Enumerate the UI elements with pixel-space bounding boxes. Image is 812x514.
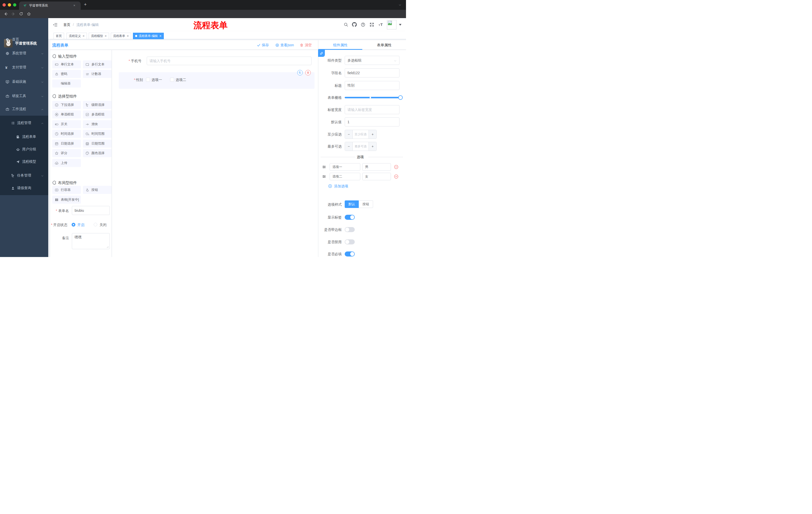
option-1-label-input[interactable]: [330, 163, 360, 171]
palette-item-password[interactable]: 密码: [52, 70, 81, 78]
option-2-value-input[interactable]: [362, 173, 391, 180]
gender-checkbox-1[interactable]: [146, 78, 150, 82]
reload-icon[interactable]: [19, 12, 23, 16]
palette-item-time-range[interactable]: 时间范围: [83, 130, 112, 138]
stepper-decrease-button[interactable]: −: [345, 142, 353, 151]
avatar-caret-icon[interactable]: [399, 24, 402, 26]
stepper-increase-button[interactable]: +: [369, 142, 376, 151]
tag-process-def[interactable]: 流程定义✕: [66, 33, 87, 39]
save-button[interactable]: 保存: [262, 43, 269, 48]
border-toggle[interactable]: [345, 227, 355, 232]
palette-item-time-picker[interactable]: 时间选择: [52, 130, 81, 138]
sidebar-item-task-mgmt[interactable]: 任务管理: [0, 169, 48, 182]
window-zoom-button[interactable]: [13, 3, 16, 6]
forward-icon[interactable]: [11, 12, 16, 16]
help-icon[interactable]: [361, 22, 365, 27]
sidebar-item-devtools[interactable]: 研发工具: [0, 90, 48, 102]
delete-field-button[interactable]: [305, 70, 311, 76]
form-name-input[interactable]: [72, 206, 110, 215]
copy-field-button[interactable]: [297, 70, 303, 76]
sidebar-item-workflow[interactable]: 工作流程: [0, 103, 48, 115]
tag-process-form[interactable]: 流程表单✕: [111, 33, 131, 39]
breadcrumb-home[interactable]: 首页: [63, 23, 70, 27]
sidebar-item-leave-query[interactable]: 请假查询: [0, 182, 48, 194]
disabled-toggle[interactable]: [345, 239, 355, 244]
tab-form-props[interactable]: 表单属性: [362, 43, 406, 48]
tag-close-icon[interactable]: ✕: [82, 34, 85, 38]
tag-process-form-edit[interactable]: 流程表单-编辑✕: [133, 33, 164, 39]
tab-component-props[interactable]: 组件属性: [318, 43, 362, 48]
palette-item-checkbox-group[interactable]: 多选框组: [83, 110, 112, 118]
grid-slider-track[interactable]: [345, 97, 402, 98]
form-status-on-label[interactable]: 开启: [77, 223, 84, 227]
sidebar-item-process-form[interactable]: 流程表单: [0, 131, 48, 143]
palette-item-table[interactable]: 表格[开发中]: [52, 196, 81, 204]
palette-item-single-text[interactable]: 单行文本: [52, 60, 81, 69]
github-icon[interactable]: [352, 22, 357, 27]
fullscreen-icon[interactable]: [370, 22, 374, 27]
palette-item-row-container[interactable]: 行容器: [52, 186, 81, 194]
radio-off[interactable]: [94, 223, 97, 226]
tag-close-icon[interactable]: ✕: [159, 34, 162, 38]
sidebar-item-home[interactable]: 首页: [0, 33, 48, 46]
tab-close-icon[interactable]: ×: [74, 3, 76, 7]
form-remark-textarea[interactable]: 嘿嘿: [72, 233, 110, 249]
palette-item-editor[interactable]: 编辑器: [52, 79, 81, 87]
palette-item-date-picker[interactable]: 日期选择: [52, 140, 81, 147]
form-status-off-label[interactable]: 关闭: [99, 223, 107, 227]
radio-on[interactable]: [71, 223, 76, 226]
window-minimize-button[interactable]: [8, 3, 11, 6]
drag-handle-icon[interactable]: [322, 165, 326, 169]
window-close-button[interactable]: [2, 3, 6, 6]
new-tab-button[interactable]: +: [84, 2, 87, 7]
stepper-increase-button[interactable]: +: [369, 130, 376, 139]
title-input[interactable]: [345, 81, 400, 90]
palette-item-upload[interactable]: 上传: [52, 159, 81, 167]
search-icon[interactable]: [344, 22, 348, 27]
option-2-label-input[interactable]: [330, 173, 360, 180]
textarea-resize-handle[interactable]: [107, 246, 109, 248]
palette-item-slider[interactable]: 滑块: [83, 120, 112, 128]
gender-option-1-label[interactable]: 选项一: [151, 78, 162, 82]
stepper-value[interactable]: 至少应选: [353, 130, 369, 139]
palette-item-button[interactable]: 按钮: [83, 186, 112, 194]
clear-button[interactable]: 清空: [305, 43, 312, 48]
gender-checkbox-2[interactable]: [170, 78, 174, 82]
palette-item-select[interactable]: 下拉选择: [52, 101, 81, 109]
avatar[interactable]: [387, 20, 397, 29]
palette-item-counter[interactable]: 123计数器: [83, 70, 112, 78]
back-icon[interactable]: [3, 12, 8, 16]
tab-list-chevron-icon[interactable]: [399, 3, 402, 6]
palette-item-cascader[interactable]: 级联选择: [83, 101, 112, 109]
palette-item-date-range[interactable]: 日期范围: [83, 140, 112, 147]
sidebar-item-system[interactable]: 系统管理: [0, 47, 48, 60]
style-default-button[interactable]: 默认: [345, 200, 359, 208]
add-option-button[interactable]: 添加选项: [334, 184, 348, 189]
tag-process-model[interactable]: 流程模型✕: [89, 33, 109, 39]
palette-item-color-picker[interactable]: 颜色选择: [83, 149, 112, 157]
palette-item-textarea[interactable]: 多行文本: [83, 60, 112, 69]
remove-option-icon[interactable]: [394, 174, 399, 179]
show-label-toggle[interactable]: [345, 215, 355, 220]
remove-option-icon[interactable]: [394, 165, 399, 169]
home-icon[interactable]: [27, 12, 31, 16]
sidebar-collapse-icon[interactable]: [53, 22, 58, 27]
sidebar-item-process-model[interactable]: 流程模型: [0, 155, 48, 168]
field-name-input[interactable]: [345, 69, 400, 77]
sidebar-item-infra[interactable]: 基础设施: [0, 76, 48, 88]
browser-tab[interactable]: 芋道管理系统 ×: [19, 1, 81, 10]
sidebar-item-user-group[interactable]: 用户分组: [0, 143, 48, 156]
palette-item-switch[interactable]: 开关: [52, 120, 81, 128]
default-value-input[interactable]: [345, 117, 400, 127]
style-button-button[interactable]: 按钮: [359, 200, 373, 208]
stepper-value[interactable]: 最多可选: [353, 142, 369, 151]
palette-item-rate[interactable]: 评分: [52, 149, 81, 157]
tag-home[interactable]: 首页: [54, 33, 64, 39]
font-size-icon[interactable]: TT: [378, 22, 383, 27]
sidebar-item-process-mgmt[interactable]: 流程管理: [0, 117, 48, 129]
gender-option-2-label[interactable]: 选项二: [176, 78, 186, 82]
grid-slider-handle[interactable]: [398, 95, 403, 100]
label-width-input[interactable]: [345, 105, 400, 114]
field-link-tab[interactable]: [318, 50, 325, 57]
option-1-value-input[interactable]: [362, 163, 391, 171]
